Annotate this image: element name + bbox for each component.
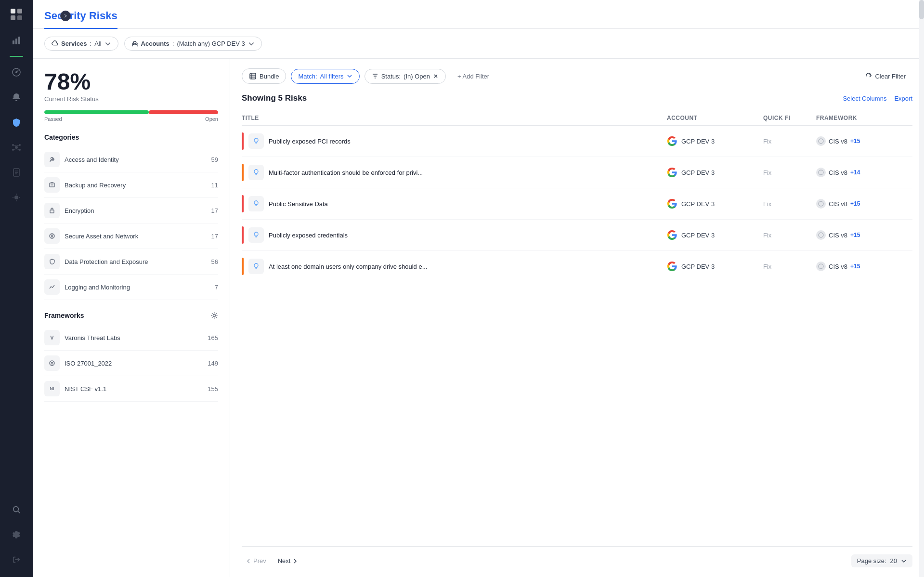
risk-row-2[interactable]: Public Sensitive Data GCP DEV 3 Fix CIS … (242, 188, 912, 220)
risk-title-cell-2: Public Sensitive Data (242, 195, 667, 212)
risks-rows: Publicly exposed PCI records GCP DEV 3 F… (242, 126, 912, 282)
fix-cell-1[interactable]: Fix (763, 169, 816, 176)
framework-cell-2: CIS v8 +15 (816, 199, 912, 209)
fix-cell-4[interactable]: Fix (763, 263, 816, 270)
status-filter-button[interactable]: Status: (In) Open (364, 69, 446, 84)
bulb-icon (252, 231, 260, 239)
page-size-chevron-icon (901, 558, 907, 564)
categories-list: Access and Identity 59 Backup and Recove… (44, 147, 218, 300)
svg-rect-5 (15, 39, 17, 44)
frameworks-label: Frameworks (44, 312, 84, 319)
select-columns-button[interactable]: Select Columns (843, 95, 886, 102)
account-cell-2: GCP DEV 3 (667, 198, 763, 209)
category-item-logging[interactable]: Logging and Monitoring 7 (44, 275, 218, 300)
category-item-secure-asset[interactable]: Secure Asset and Network 17 (44, 223, 218, 249)
accounts-filter[interactable]: Accounts : (Match any) GCP DEV 3 (124, 37, 262, 51)
status-close-icon[interactable] (433, 73, 439, 79)
category-item-backup-recovery[interactable]: Backup and Recovery 11 (44, 172, 218, 198)
sidebar-item-security[interactable] (6, 112, 27, 133)
filter-icon (372, 73, 378, 79)
prev-label: Prev (253, 557, 266, 564)
fix-cell-3[interactable]: Fix (763, 232, 816, 239)
scrollbar-thumb[interactable] (919, 0, 924, 19)
cloud-icon (52, 40, 58, 47)
status-value: (In) Open (403, 73, 430, 80)
svg-point-44 (51, 362, 53, 364)
fix-cell-0[interactable]: Fix (763, 138, 816, 145)
svg-point-59 (819, 201, 823, 206)
google-icon-0 (667, 136, 677, 146)
gear-icon[interactable] (210, 312, 218, 319)
frameworks-list: V Varonis Threat Labs 165 ISO 27001_2022… (44, 325, 218, 402)
match-filter-button[interactable]: Match: All filters (291, 69, 359, 84)
bulb-icon (252, 137, 260, 145)
risk-title-text-1: Multi-factor authentication should be en… (269, 169, 423, 176)
sidebar-bottom (6, 498, 27, 571)
risk-status-label: Current Risk Status (44, 95, 218, 103)
fw-plus-0[interactable]: +15 (850, 138, 860, 144)
risk-row-1[interactable]: Multi-factor authentication should be en… (242, 157, 912, 188)
framework-item-nist[interactable]: NI NIST CSF v1.1 155 (44, 376, 218, 402)
svg-point-39 (51, 235, 53, 237)
fw-icon-inner (818, 263, 824, 269)
sidebar-item-search[interactable] (6, 499, 27, 520)
left-panel: 78% Current Risk Status Passed Open Cate… (33, 59, 230, 577)
export-button[interactable]: Export (894, 95, 912, 102)
fw-circle-icon-2 (816, 199, 826, 209)
fw-circle-icon-3 (816, 230, 826, 240)
category-name-access-identity: Access and Identity (65, 156, 207, 163)
sidebar-item-network[interactable] (6, 137, 27, 158)
fw-plus-3[interactable]: +15 (850, 232, 860, 238)
svg-rect-2 (11, 15, 15, 20)
progress-passed (44, 110, 149, 114)
framework-count-varonis: 165 (208, 334, 218, 341)
clear-filter-button[interactable]: Clear Filter (859, 69, 912, 83)
sidebar-item-bell[interactable] (6, 87, 27, 108)
sidebar-item-settings[interactable] (6, 524, 27, 545)
svg-point-42 (213, 315, 216, 317)
sidebar-item-logout[interactable] (6, 549, 27, 570)
svg-rect-4 (13, 40, 14, 44)
sidebar-expand-button[interactable] (60, 11, 71, 21)
sidebar-item-sun[interactable] (6, 187, 27, 208)
page-size-selector[interactable]: Page size: 20 (851, 554, 912, 567)
framework-icon-varonis: V (44, 330, 60, 345)
services-filter[interactable]: Services : All (44, 37, 118, 51)
category-icon-access-identity (44, 152, 60, 167)
svg-rect-45 (250, 73, 256, 79)
category-item-data-protection[interactable]: Data Protection and Exposure 56 (44, 249, 218, 275)
category-name-logging: Logging and Monitoring (65, 284, 210, 291)
risk-row-4[interactable]: At least one domain users only company d… (242, 251, 912, 282)
fw-circle-icon-4 (816, 262, 826, 271)
svg-point-8 (15, 71, 17, 73)
sidebar-item-reports[interactable] (6, 162, 27, 183)
add-filter-button[interactable]: + Add Filter (451, 69, 496, 83)
open-label: Open (205, 116, 218, 122)
fw-plus-2[interactable]: +15 (850, 200, 860, 207)
category-item-encryption[interactable]: Encryption 17 (44, 198, 218, 223)
fw-name-2: CIS v8 (829, 200, 847, 208)
sidebar-item-dashboard[interactable] (6, 62, 27, 83)
bundle-button[interactable]: Bundle (242, 68, 286, 84)
category-icon-logging (44, 279, 60, 295)
category-item-access-identity[interactable]: Access and Identity 59 (44, 147, 218, 172)
severity-bar-0 (242, 132, 244, 150)
category-name-data-protection: Data Protection and Exposure (65, 258, 207, 265)
prev-button[interactable]: Prev (242, 555, 270, 566)
next-button[interactable]: Next (274, 555, 302, 566)
bulb-icon (252, 200, 260, 208)
app-logo (8, 6, 25, 23)
next-icon (292, 558, 298, 564)
risk-title-cell-0: Publicly exposed PCI records (242, 132, 667, 150)
svg-point-51 (254, 138, 258, 142)
fw-icon-inner (818, 170, 824, 175)
framework-item-iso[interactable]: ISO 27001_2022 149 (44, 351, 218, 376)
sidebar-item-analytics[interactable] (6, 30, 27, 51)
risk-row-3[interactable]: Publicly exposed credentials GCP DEV 3 F… (242, 220, 912, 251)
severity-bar-2 (242, 195, 244, 212)
risk-row-0[interactable]: Publicly exposed PCI records GCP DEV 3 F… (242, 126, 912, 157)
fix-cell-2[interactable]: Fix (763, 200, 816, 208)
fw-plus-1[interactable]: +14 (850, 169, 860, 176)
fw-plus-4[interactable]: +15 (850, 263, 860, 270)
framework-item-varonis[interactable]: V Varonis Threat Labs 165 (44, 325, 218, 351)
